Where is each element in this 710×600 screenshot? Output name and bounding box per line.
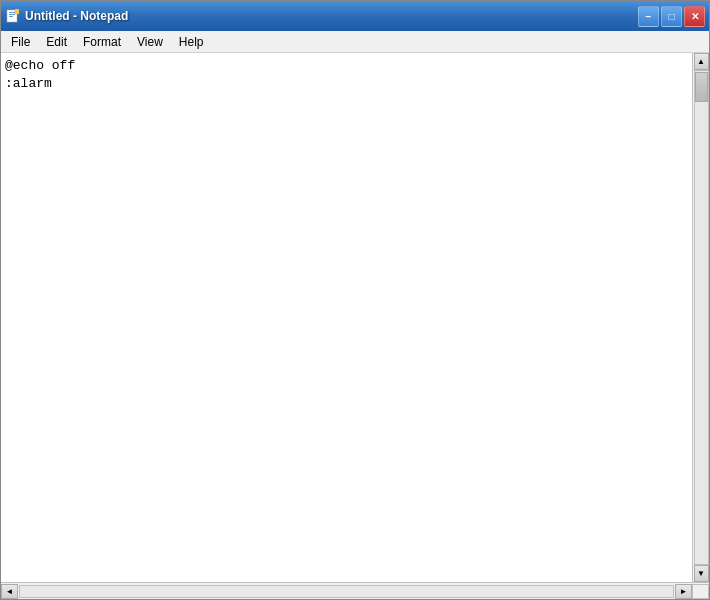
scroll-track-horizontal[interactable] [19, 585, 674, 598]
title-bar-left: Untitled - Notepad [5, 8, 128, 24]
text-editor[interactable]: @echo off :alarm [1, 53, 692, 582]
scroll-left-button[interactable]: ◄ [1, 584, 18, 599]
notepad-window: Untitled - Notepad − □ ✕ File Edit Forma… [0, 0, 710, 600]
maximize-button[interactable]: □ [661, 6, 682, 27]
scroll-down-button[interactable]: ▼ [694, 565, 709, 582]
svg-rect-2 [9, 14, 15, 15]
menu-view[interactable]: View [129, 33, 171, 51]
title-bar-controls: − □ ✕ [638, 6, 705, 27]
svg-rect-4 [15, 9, 19, 14]
menu-file[interactable]: File [3, 33, 38, 51]
scroll-right-button[interactable]: ► [675, 584, 692, 599]
svg-rect-1 [9, 12, 15, 13]
horizontal-scrollbar: ◄ ► [1, 582, 709, 599]
svg-rect-3 [9, 16, 13, 17]
title-bar: Untitled - Notepad − □ ✕ [1, 1, 709, 31]
menu-edit[interactable]: Edit [38, 33, 75, 51]
close-button[interactable]: ✕ [684, 6, 705, 27]
minimize-button[interactable]: − [638, 6, 659, 27]
menu-bar: File Edit Format View Help [1, 31, 709, 53]
scroll-thumb-vertical[interactable] [695, 72, 708, 102]
scroll-track-vertical[interactable] [694, 70, 709, 565]
scrollbar-corner [692, 584, 709, 599]
scroll-up-button[interactable]: ▲ [694, 53, 709, 70]
vertical-scrollbar: ▲ ▼ [692, 53, 709, 582]
notepad-app-icon [5, 8, 21, 24]
editor-container: @echo off :alarm ▲ ▼ [1, 53, 709, 582]
window-title: Untitled - Notepad [25, 9, 128, 23]
menu-help[interactable]: Help [171, 33, 212, 51]
menu-format[interactable]: Format [75, 33, 129, 51]
